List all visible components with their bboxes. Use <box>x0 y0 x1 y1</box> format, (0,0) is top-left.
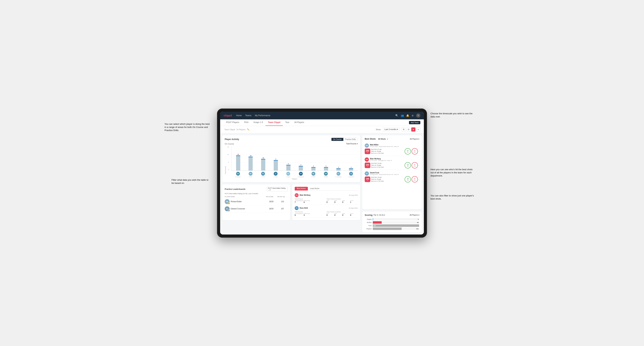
player-activity-header: Player Activity On Course Practice Drill… <box>225 138 358 141</box>
bs-tab-all-shots[interactable]: All Shots <box>377 138 387 140</box>
bar-l-robertson[interactable]: 2 <box>345 167 357 171</box>
leaderboard-title: Practice Leaderboards <box>225 188 246 190</box>
tab-all-players[interactable]: All Players <box>292 119 306 126</box>
tab-hcaps[interactable]: Hcaps 1-5 <box>251 119 266 126</box>
bell-icon[interactable]: 🔔 <box>406 114 409 117</box>
player-avatar-7[interactable]: RB <box>312 172 315 176</box>
lb-row-1[interactable]: RB 1 Richard Butler 19/20 110 <box>225 198 288 205</box>
bar-accent-3 <box>261 159 265 160</box>
player-avatar-1[interactable]: BM <box>236 172 240 176</box>
pa-rounds-title-1: Total Rounds <box>295 198 326 200</box>
player-avatar-4[interactable]: JC <box>274 172 278 176</box>
lb-player-2: EC 2 Edward Crossman <box>225 206 265 211</box>
chevron-down-icon: ▾ <box>270 189 270 191</box>
player-avatar-5[interactable]: EE <box>286 172 290 176</box>
scoring-row-pars: Pars 499 <box>365 224 419 227</box>
bar-fill-10 <box>349 168 353 171</box>
shot-badge-label-1: SG <box>367 152 368 153</box>
pa-activities-group-2: Total Practice Activities GTT 0 APP <box>326 211 358 216</box>
shot-chevron-2[interactable]: › <box>418 164 419 167</box>
tab-most-active[interactable]: Most Active <box>295 187 308 190</box>
practice-drills-toggle[interactable]: Practice Drills <box>343 138 358 141</box>
player-avatar-2[interactable]: BB <box>249 172 252 176</box>
shot-card-1[interactable]: MM Matt Miller 09 Jun 2023 · Royal North… <box>365 142 419 156</box>
bar-r-butler[interactable]: 3 <box>308 166 320 171</box>
leaderboard-select[interactable]: PUTT Must Make Putting ... ▾ <box>267 187 288 191</box>
all-players-select[interactable]: All Players ▾ <box>410 138 419 140</box>
pa-name-1: Blair McHarg <box>300 194 310 196</box>
team-controls: Show: Last 3 months ▾ ⊞ ⊟ ♥ ≡ <box>376 127 420 132</box>
total-rounds-dropdown[interactable]: Total Rounds ▾ <box>346 143 358 145</box>
search-icon[interactable]: 🔍 <box>395 114 398 117</box>
nav-link-home[interactable]: Home <box>236 114 242 117</box>
grid-line-1 <box>232 146 358 147</box>
chevron-down-icon: ▾ <box>418 138 419 140</box>
shot-chevron-1[interactable]: › <box>418 150 419 153</box>
player-avatar-8[interactable]: MM <box>324 172 328 176</box>
player-avatars-row: BM BB DF JC EE GB RB MM EC LR <box>231 172 358 176</box>
players-icon[interactable]: 👥 <box>401 114 404 117</box>
player-avatar-3[interactable]: DF <box>261 172 265 176</box>
scoring-par-select[interactable]: Par 3, 4 & 5s ▾ <box>374 214 385 216</box>
shot-player-row-2: BM Blair McHarg 23 Jul 2023 · Ashridge G… <box>365 158 419 162</box>
timescale-select[interactable]: Last 3 months ▾ <box>383 128 400 131</box>
player-avatar-9[interactable]: EC <box>336 172 340 176</box>
tab-tour[interactable]: Tour <box>283 119 292 126</box>
edit-team-icon[interactable]: ✏️ <box>247 128 250 131</box>
nav-link-teams[interactable]: Teams <box>245 114 251 117</box>
bar-j-coles[interactable]: 9 <box>270 159 282 171</box>
player-names-row: B. McHarg B. Britt D. Ford J. Coles E. E… <box>231 176 358 177</box>
view-heart-button[interactable]: ♥ <box>411 127 416 132</box>
player-avatar-10[interactable]: LR <box>349 172 353 176</box>
tab-team-clippd[interactable]: Team Clippd <box>266 119 283 126</box>
shot-chevron-3[interactable]: › <box>418 178 419 180</box>
player-name-10: L. Robertson <box>345 176 357 177</box>
pa-putt-val-1: 1 <box>350 201 358 203</box>
scoring-bar-pars: 499 <box>373 224 419 227</box>
tab-pgat[interactable]: PGAT Players <box>224 119 242 126</box>
bar-b-mcharg[interactable]: 13 <box>232 154 244 171</box>
view-list-button[interactable]: ⊟ <box>406 127 410 132</box>
pa-avatar-2: RB <box>295 206 298 210</box>
shot-metric-3a: 16 yds <box>404 176 411 182</box>
tab-least-active[interactable]: Least Active <box>308 187 322 190</box>
view-grid-button[interactable]: ⊞ <box>402 127 406 132</box>
team-title: Team Clippd 14 Players ✏️ <box>224 128 250 131</box>
practice-leaderboards-card: Practice Leaderboards PUTT Must Make Put… <box>222 184 290 220</box>
add-icon[interactable]: ⊕ <box>412 114 414 117</box>
user-avatar[interactable]: U <box>416 113 420 118</box>
on-course-toggle[interactable]: On Course <box>332 138 343 141</box>
bar-fill-2 <box>248 157 253 171</box>
pa-activities-group-1: Total Practice Activities GTT 0 APP <box>326 198 358 203</box>
bar-b-britt[interactable]: 12 <box>245 155 257 171</box>
scoring-bar-fill-pars <box>373 224 419 227</box>
annotation-timescale: Choose the timescale you wish to see the… <box>430 112 472 118</box>
bar-e-crossman[interactable]: 2 <box>333 167 344 171</box>
player-name-6: G. Billingham <box>295 176 307 177</box>
bar-value-6: 4 <box>300 164 301 166</box>
view-menu-button[interactable]: ≡ <box>416 127 420 132</box>
sub-nav: PGAT Players PGA Hcaps 1-5 Team Clippd T… <box>220 119 424 126</box>
pa-activities-title-2: Total Practice Activities <box>326 211 358 213</box>
most-active-tabs: Most Active Least Active <box>295 187 358 190</box>
add-team-button[interactable]: Add Team <box>409 121 420 124</box>
shot-badge-label-3: SG <box>367 180 368 181</box>
bar-m-miller[interactable]: 3 <box>320 166 332 171</box>
tab-pga[interactable]: PGA <box>242 119 251 126</box>
bar-e-ebert[interactable]: 5 <box>282 163 294 171</box>
scoring-bar-val-eagles: 3 <box>418 218 418 220</box>
lb-row-2[interactable]: EC 2 Edward Crossman 18/20 107 <box>225 205 288 212</box>
shot-card-3[interactable]: DF David Ford 24 Aug 2023 · Royal North … <box>365 170 419 184</box>
pa-practice-header-1: Practice <box>304 200 311 201</box>
pa-tournament-header-2: Tournament <box>295 213 303 214</box>
pa-header-2: RB Rees Britt 02 Sep 2023 <box>295 206 358 210</box>
player-avatar-6[interactable]: GB <box>299 172 303 176</box>
pa-tournament-val-2: 8 <box>295 214 303 216</box>
scoring-players-select[interactable]: All Players ▾ <box>410 214 419 216</box>
nav-link-performance[interactable]: My Performance <box>255 114 270 117</box>
bar-accent-5 <box>286 165 290 166</box>
bar-g-billingham[interactable]: 4 <box>295 164 307 171</box>
left-col: Player Activity On Course Practice Drill… <box>222 135 360 232</box>
bar-d-ford[interactable]: 10 <box>257 157 269 171</box>
shot-card-2[interactable]: BM Blair McHarg 23 Jul 2023 · Ashridge G… <box>365 156 419 170</box>
